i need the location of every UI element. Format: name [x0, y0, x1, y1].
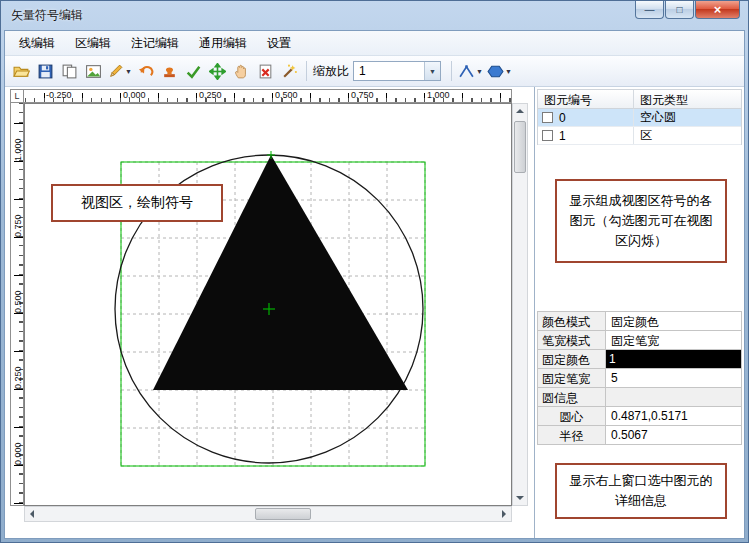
- angle-tool-button[interactable]: ▼: [456, 59, 485, 83]
- close-button[interactable]: ×: [695, 1, 740, 19]
- symbol-drawing-canvas[interactable]: 视图区，绘制符号: [24, 103, 512, 506]
- move-tool-button[interactable]: [206, 59, 230, 83]
- column-header-id[interactable]: 图元编号: [538, 90, 634, 109]
- ruler-label: 0.500: [13, 290, 23, 313]
- flash-checkbox[interactable]: [542, 112, 553, 123]
- main-area: L -0.250 0.000 0.250 0.500 0.750 1.000 1…: [5, 87, 744, 538]
- view-area-callout: 视图区，绘制符号: [51, 184, 223, 222]
- save-button[interactable]: [33, 59, 57, 83]
- property-value[interactable]: 固定笔宽: [606, 331, 742, 350]
- right-panel: 图元编号 图元类型 0 空心圆 1: [534, 87, 744, 538]
- menu-line-edit[interactable]: 线编辑: [9, 31, 65, 56]
- ruler-label: 0.250: [13, 366, 23, 389]
- horizontal-scrollbar[interactable]: [24, 506, 512, 522]
- property-value[interactable]: 固定颜色: [606, 312, 742, 331]
- menu-annotation-edit[interactable]: 注记编辑: [121, 31, 189, 56]
- undo-arrow-icon: [137, 63, 154, 80]
- magic-wand-button[interactable]: [278, 59, 302, 83]
- move-arrows-icon: [209, 63, 226, 80]
- zoom-ratio-value: 1: [354, 62, 424, 80]
- column-header-type[interactable]: 图元类型: [634, 90, 741, 109]
- ruler-label: -0.250: [46, 90, 72, 100]
- menu-bar: 线编辑 区编辑 注记编辑 通用编辑 设置: [5, 31, 744, 56]
- delete-button[interactable]: [254, 59, 278, 83]
- maximize-button[interactable]: □: [665, 1, 694, 19]
- delete-icon: [257, 63, 274, 80]
- app-window: 矢量符号编辑 — □ × 线编辑 区编辑 注记编辑 通用编辑 设置: [0, 0, 749, 543]
- property-section-label: 圆信息: [538, 388, 606, 407]
- apex-marker: [267, 151, 275, 159]
- save-floppy-icon: [37, 63, 54, 80]
- minimize-button[interactable]: —: [635, 1, 664, 19]
- ruler-label: 0.750: [13, 214, 23, 237]
- property-section-row: 圆信息: [538, 388, 742, 407]
- marker-icon: [161, 63, 178, 80]
- check-pen-button[interactable]: [182, 59, 206, 83]
- property-label: 半径: [538, 426, 606, 445]
- scroll-right-button[interactable]: [497, 507, 511, 521]
- table-row[interactable]: 1 区: [538, 127, 741, 145]
- chevron-down-icon: ▼: [125, 68, 132, 75]
- scroll-down-button[interactable]: [513, 491, 527, 505]
- primitive-type-cell: 区: [634, 127, 741, 144]
- export-image-button[interactable]: [81, 59, 105, 83]
- scroll-left-button[interactable]: [25, 507, 39, 521]
- property-row: 笔宽模式 固定笔宽: [538, 331, 742, 350]
- pan-tool-button[interactable]: [230, 59, 254, 83]
- toolbar-separator: [306, 61, 307, 81]
- menu-settings[interactable]: 设置: [257, 31, 301, 56]
- property-value[interactable]: 0.5067: [606, 426, 742, 445]
- primitive-type-cell: 空心圆: [634, 109, 741, 126]
- zoom-ratio-combobox[interactable]: 1 ▼: [353, 61, 441, 81]
- vertical-scrollbar[interactable]: [512, 103, 528, 506]
- primitive-id: 1: [559, 129, 566, 143]
- property-row: 圆心 0.4871,0.5171: [538, 407, 742, 426]
- undo-button[interactable]: [134, 59, 158, 83]
- ruler-label: 0.750: [351, 90, 374, 100]
- polygon-tool-button[interactable]: ▼: [485, 59, 514, 83]
- open-button[interactable]: [9, 59, 33, 83]
- property-row: 固定颜色 1: [538, 350, 742, 369]
- table-row[interactable]: 0 空心圆: [538, 109, 741, 127]
- primitive-id-cell: 1: [538, 127, 634, 144]
- pencil-tool-button[interactable]: ▼: [105, 59, 134, 83]
- property-value[interactable]: 5: [606, 369, 742, 388]
- property-label: 固定颜色: [538, 350, 606, 369]
- horizontal-ruler: -0.250 0.000 0.250 0.500 0.750 1.000: [24, 89, 512, 103]
- window-title: 矢量符号编辑: [11, 7, 83, 24]
- primitive-table-header: 图元编号 图元类型: [538, 90, 741, 109]
- ruler-label: 0.500: [275, 90, 298, 100]
- vertical-scroll-thumb[interactable]: [514, 121, 526, 173]
- toolbar-separator: [451, 61, 452, 81]
- arrow-up-icon: [516, 109, 524, 113]
- hand-icon: [233, 63, 250, 80]
- symbol-drawing: [25, 104, 512, 506]
- menu-area-edit[interactable]: 区编辑: [65, 31, 121, 56]
- vertical-ruler: 1.000 0.750 0.500 0.250 0.000: [10, 103, 24, 506]
- marker-button[interactable]: [158, 59, 182, 83]
- fixed-color-swatch[interactable]: 1: [606, 350, 742, 369]
- combo-dropdown-icon[interactable]: ▼: [424, 62, 440, 80]
- scroll-up-button[interactable]: [513, 104, 527, 118]
- pencil-icon: [107, 63, 124, 80]
- property-row: 颜色模式 固定颜色: [538, 312, 742, 331]
- primitive-table: 图元编号 图元类型 0 空心圆 1: [537, 89, 742, 145]
- property-value[interactable]: 0.4871,0.5171: [606, 407, 742, 426]
- canvas-pane: L -0.250 0.000 0.250 0.500 0.750 1.000 1…: [5, 87, 534, 538]
- primitive-id: 0: [559, 111, 566, 125]
- property-row: 固定笔宽 5: [538, 369, 742, 388]
- arrow-left-icon: [30, 510, 34, 518]
- titlebar[interactable]: 矢量符号编辑 — □ ×: [1, 1, 748, 30]
- chevron-down-icon: ▼: [476, 68, 483, 75]
- client-area: 线编辑 区编辑 注记编辑 通用编辑 设置: [4, 30, 745, 539]
- menu-general-edit[interactable]: 通用编辑: [189, 31, 257, 56]
- hexagon-icon: [487, 63, 504, 80]
- toolbar: ▼: [5, 56, 744, 87]
- flash-checkbox[interactable]: [542, 130, 553, 141]
- magic-wand-icon: [281, 63, 298, 80]
- property-section-filler: [606, 388, 742, 407]
- ruler-origin-corner: L: [10, 89, 24, 103]
- horizontal-scroll-thumb[interactable]: [255, 508, 311, 520]
- angle-line-icon: [458, 63, 475, 80]
- copy-button[interactable]: [57, 59, 81, 83]
